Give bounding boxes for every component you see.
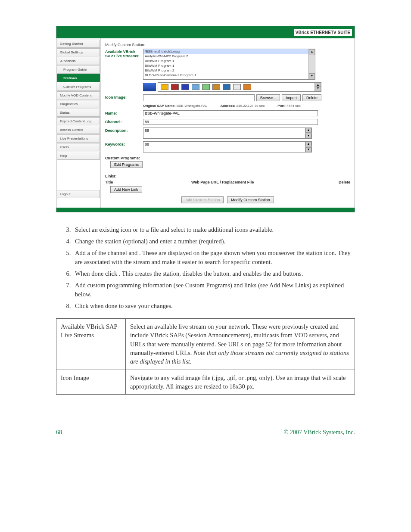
streams-listbox[interactable]: /BSB-mp2-batch1.mpg AndyM-WM-MP2 Program… [143, 49, 315, 80]
stream-item[interactable]: BillsWM Program 2 [143, 68, 315, 73]
channel-icon[interactable] [181, 84, 189, 90]
sidebar-item-modify-vod[interactable]: Modify VOD Content [57, 91, 100, 100]
page-footer: 68 © 2007 VBrick Systems, Inc. [56, 429, 355, 436]
scrollbar[interactable]: ▲ ▼ [305, 142, 311, 152]
channel-input[interactable] [143, 119, 318, 125]
sidebar: Getting Started Global Settings -Channel… [56, 38, 101, 208]
channel-icon[interactable] [212, 84, 220, 90]
sidebar-item-status[interactable]: Status [57, 109, 100, 117]
description-label: Description: [105, 128, 143, 133]
sidebar-item-help[interactable]: Help [57, 152, 100, 160]
import-button[interactable]: Import [282, 94, 301, 101]
scroll-down-icon[interactable]: ▼ [305, 147, 311, 152]
scroll-down-icon[interactable]: ▼ [305, 134, 311, 138]
keywords-label: Keywords: [105, 141, 143, 146]
icon-image-label: Icon Image: [105, 94, 143, 100]
scrollbar[interactable]: ▲ ▼ [308, 49, 315, 79]
footer-bar [56, 208, 355, 212]
channel-icon[interactable] [171, 84, 179, 90]
channel-label: Channel: [105, 119, 143, 124]
custom-programs-heading: Custom Programs: [105, 156, 350, 160]
scrollbar[interactable]: ▲ ▼ [314, 83, 321, 91]
browse-button[interactable]: Browse... [256, 94, 280, 101]
page-number: 68 [56, 429, 62, 436]
table-row: Icon Image Navigate to any valid image f… [56, 370, 355, 395]
step-7: Add custom programming information (see … [72, 281, 355, 299]
sidebar-item-program-guide[interactable]: Program Guide [57, 65, 100, 74]
channel-icon[interactable] [202, 84, 210, 90]
stream-item[interactable]: /BSB-mp2-batch1.mpg [143, 49, 315, 54]
sidebar-item-getting-started[interactable]: Getting Started [57, 40, 100, 48]
scroll-up-icon[interactable]: ▲ [305, 128, 311, 133]
sidebar-item-access-control[interactable]: Access Control [57, 126, 100, 134]
description-input[interactable]: 88 ▲ ▼ [143, 128, 312, 139]
sidebar-item-global-settings[interactable]: Global Settings [57, 48, 100, 56]
icon-picker[interactable]: ▲ ▼ [158, 82, 321, 92]
step-5: Add a of the channel and . These are dis… [72, 249, 355, 267]
page-title: Modify Custom Station: [105, 43, 350, 47]
instruction-list: Select an existing icon or to a file and… [56, 225, 355, 311]
main-panel: Modify Custom Station: Available VBrick … [101, 38, 355, 208]
sidebar-item-diagnostics[interactable]: Diagnostics [57, 100, 100, 108]
add-custom-station-button: Add Custom Station [181, 196, 224, 203]
sidebar-item-custom-programs[interactable]: Custom Programs [57, 83, 100, 91]
sidebar-item-channels[interactable]: -Channels [57, 57, 100, 65]
stream-item[interactable]: BillsWM Program 1 [143, 59, 315, 63]
stream-item[interactable]: BLDG-Rear-Camera-1 Program 1 [143, 73, 315, 78]
field-desc-cell: Navigate to any valid image file (.jpg, … [126, 370, 355, 395]
scrollbar[interactable]: ▲ ▼ [305, 128, 311, 138]
sidebar-item-users[interactable]: Users [57, 143, 100, 151]
app-screenshot: VBrick ETHERNETV SUITE Getting Started G… [56, 26, 355, 212]
step-6: When done click . This creates the stati… [72, 269, 355, 278]
name-input[interactable] [143, 110, 318, 116]
copyright: © 2007 VBrick Systems, Inc. [284, 429, 355, 436]
field-desc-cell: Select an available live stream on your … [126, 319, 355, 370]
scroll-down-icon[interactable]: ▼ [309, 73, 315, 79]
stream-item[interactable]: AndyM-WM-MP2 Program 2 [143, 54, 315, 59]
field-description-table: Available VBrick SAP Live Streams Select… [56, 318, 355, 395]
delete-button[interactable]: Delete [302, 94, 321, 101]
stream-item[interactable]: BruceMP2 Program TDOT8mbit [143, 78, 315, 80]
selected-icon-preview [143, 83, 156, 91]
header-bar: VBrick ETHERNETV SUITE [56, 26, 355, 38]
sidebar-item-live-presentations[interactable]: Live Presentations [57, 134, 100, 143]
scroll-down-icon[interactable]: ▼ [315, 86, 321, 91]
channel-icon[interactable] [243, 84, 251, 90]
add-new-links-link[interactable]: Add New Links [269, 282, 309, 289]
links-columns: Title Web Page URL / Replacement File De… [105, 180, 350, 184]
streams-label: Available VBrick SAP Live Streams: [105, 49, 143, 58]
scroll-up-icon[interactable]: ▲ [305, 142, 311, 146]
edit-programs-button[interactable]: Edit Programs [110, 161, 143, 168]
modify-custom-station-button[interactable]: Modify Custom Station [227, 196, 274, 203]
scroll-up-icon[interactable]: ▲ [309, 49, 315, 55]
icon-path-input[interactable] [143, 94, 255, 101]
field-name-cell: Available VBrick SAP Live Streams [56, 319, 126, 370]
stream-metadata: Original SAP Name: BSB-Whitegate-PAL Add… [143, 104, 350, 108]
step-4: Change the station (optional) and enter … [72, 237, 355, 246]
table-row: Available VBrick SAP Live Streams Select… [56, 319, 355, 370]
keywords-input[interactable]: 88 ▲ ▼ [143, 141, 312, 152]
channel-icon[interactable] [223, 84, 230, 90]
add-new-link-button[interactable]: Add New Link [110, 186, 142, 193]
stream-item[interactable]: BillsWM Program 1 [143, 63, 315, 68]
channel-icon[interactable] [161, 84, 168, 90]
custom-programs-link[interactable]: Custom Programs [185, 282, 230, 289]
sidebar-item-logout[interactable]: Logout [57, 190, 100, 198]
step-8: Click when done to save your changes. [72, 302, 355, 311]
channel-icon[interactable] [233, 84, 241, 90]
step-3: Select an existing icon or to a file and… [72, 225, 355, 234]
field-name-cell: Icon Image [56, 370, 126, 395]
sidebar-item-stations[interactable]: Stations [57, 74, 100, 82]
channel-icon[interactable] [192, 84, 199, 90]
vbrick-logo: VBrick ETHERNETV SUITE [294, 29, 352, 36]
links-heading: Links: [105, 174, 350, 178]
urls-link[interactable]: URLs [228, 341, 243, 348]
sidebar-item-expired-log[interactable]: Expired Content Log [57, 117, 100, 125]
name-label: Name: [105, 110, 143, 115]
